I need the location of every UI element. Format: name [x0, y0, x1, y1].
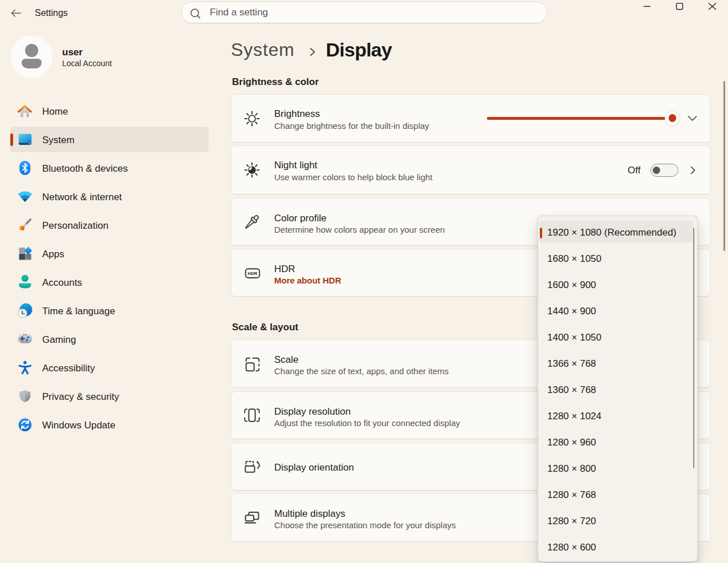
svg-text:HDR: HDR: [247, 271, 257, 276]
